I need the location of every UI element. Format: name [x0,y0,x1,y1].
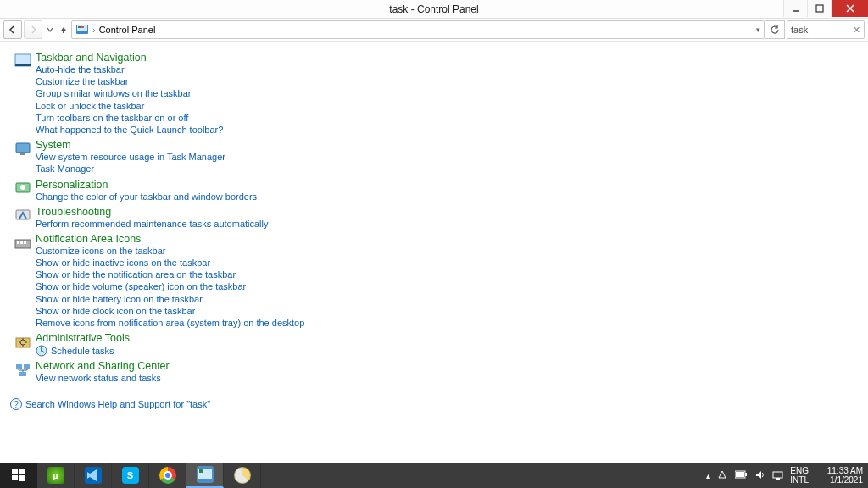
back-button[interactable] [3,20,22,39]
search-input[interactable]: task ✕ [787,20,865,39]
minimize-button[interactable] [783,0,807,17]
svg-rect-34 [773,472,782,478]
help-search-link[interactable]: ? Search Windows Help and Support for "t… [10,398,860,410]
forward-button[interactable] [24,20,42,39]
tray-clock[interactable]: 11:33 AM 1/1/2021 [815,466,863,485]
volume-icon[interactable] [754,469,765,482]
svg-rect-28 [19,475,25,481]
language-indicator[interactable]: ENG INTL [790,466,809,485]
category: PersonalizationChange the color of your … [10,179,860,202]
category-sublink[interactable]: Show or hide inactive icons on the taskb… [36,258,304,269]
category: Administrative ToolsSchedule tasks [10,332,860,357]
category-sublink[interactable]: Remove icons from notification area (sys… [36,318,304,329]
category-title-link[interactable]: Administrative Tools [36,332,130,344]
category-body: PersonalizationChange the color of your … [36,179,257,202]
navigation-row: › Control Panel ▾ task ✕ [0,19,868,41]
category-sublink[interactable]: Show or hide clock icon on the taskbar [36,306,304,317]
category-body: Administrative ToolsSchedule tasks [36,332,130,357]
category-sublink[interactable]: Change the color of your taskbar and win… [36,191,257,202]
svg-rect-26 [19,469,25,474]
svg-rect-10 [16,143,30,152]
up-button[interactable] [58,20,70,39]
maximize-button[interactable] [807,0,831,17]
svg-rect-33 [736,472,744,477]
action-center-icon[interactable] [717,469,728,482]
category-sublink[interactable]: Auto-hide the taskbar [36,64,223,75]
taskbar-app-clock[interactable] [224,463,261,488]
svg-rect-18 [24,241,26,244]
start-button[interactable] [0,463,37,488]
address-bar[interactable]: › Control Panel ▾ [71,20,765,39]
category-sublink[interactable]: Lock or unlock the taskbar [36,101,223,112]
taskbar-app-vscode[interactable] [75,463,112,488]
category-sublink[interactable]: Task Manager [36,164,225,175]
tray-overflow-button[interactable]: ▴ [706,471,710,480]
category-title-link[interactable]: Troubleshooting [36,206,111,218]
results-pane: Taskbar and NavigationAuto-hide the task… [0,42,868,457]
breadcrumb-chevron[interactable]: › [92,25,96,35]
svg-rect-7 [81,26,84,28]
svg-rect-25 [12,469,18,474]
refresh-button[interactable] [765,20,785,39]
category-sublink[interactable]: View network status and tasks [36,373,170,384]
category-sublink[interactable]: Turn toolbars on the taskbar on or off [36,113,223,124]
clear-search-button[interactable]: ✕ [853,25,860,36]
svg-rect-17 [20,241,23,244]
breadcrumb[interactable]: Control Panel [99,25,156,35]
search-text: task [791,25,808,35]
category-title-link[interactable]: Personalization [36,179,108,191]
svg-rect-30 [199,469,203,473]
category: Notification Area IconsCustomize icons o… [10,233,860,329]
category-body: SystemView system resource usage in Task… [36,139,225,175]
battery-icon[interactable] [735,470,748,480]
category-sublink[interactable]: Schedule tasks [36,345,130,357]
taskbar-app-chrome[interactable] [149,463,186,488]
taskbar-app-control-panel[interactable] [186,463,224,488]
category-sublink[interactable]: Customize the taskbar [36,76,223,87]
address-dropdown-button[interactable]: ▾ [756,25,760,34]
category-sublink[interactable]: Show or hide the notification area on th… [36,269,304,280]
category-body: Network and Sharing CenterView network s… [36,360,170,384]
network-icon[interactable] [772,469,783,482]
category-title-link[interactable]: Network and Sharing Center [36,360,170,372]
svg-rect-22 [16,364,22,369]
results-separator [10,391,860,391]
category-sublink[interactable]: Show or hide volume (speaker) icon on th… [36,281,304,292]
category-title-link[interactable]: System [36,139,71,151]
taskbar: µ S ▴ ENG INTL 11:33 AM 1/1/2021 [0,463,868,488]
svg-point-13 [20,185,25,190]
svg-rect-32 [745,473,747,476]
help-search-label: Search Windows Help and Support for "tas… [25,399,210,409]
system-tray: ▴ ENG INTL 11:33 AM 1/1/2021 [701,463,868,488]
troubleshooting-icon [10,206,36,225]
taskbar-app-skype[interactable]: S [112,463,149,488]
category-title-link[interactable]: Notification Area Icons [36,233,141,245]
system-icon [10,139,36,158]
category-sublink[interactable]: Perform recommended maintenance tasks au… [36,219,269,230]
taskbar-app-utorrent[interactable]: µ [37,463,75,488]
admin-tools-icon [10,332,36,351]
category-sublink[interactable]: View system resource usage in Task Manag… [36,152,225,163]
recent-locations-button[interactable] [44,20,56,39]
category: Network and Sharing CenterView network s… [10,360,860,384]
category-sublink[interactable]: Customize icons on the taskbar [36,246,304,257]
svg-rect-9 [15,64,31,66]
title-bar: task - Control Panel [0,0,868,19]
svg-rect-6 [78,26,81,28]
help-icon: ? [10,398,22,410]
network-sharing-icon [10,360,36,379]
category-sublink[interactable]: What happened to the Quick Launch toolba… [36,125,223,136]
category: SystemView system resource usage in Task… [10,139,860,175]
control-panel-icon [75,23,89,36]
language-line2: INTL [790,475,809,485]
close-button[interactable] [831,0,868,17]
svg-rect-1 [816,5,823,12]
svg-rect-23 [24,364,30,369]
category-sublink[interactable]: Show or hide battery icon on the taskbar [36,294,304,305]
category-sublink[interactable]: Group similar windows on the taskbar [36,88,223,99]
personalization-icon [10,179,36,197]
schedule-icon [36,345,47,357]
svg-rect-24 [19,372,26,376]
category-title-link[interactable]: Taskbar and Navigation [36,52,147,64]
svg-rect-16 [17,241,19,244]
